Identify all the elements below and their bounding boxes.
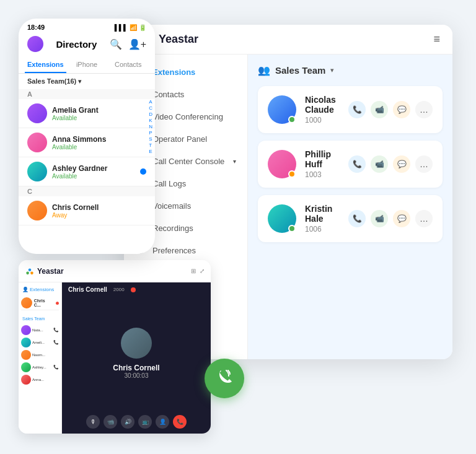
call-button[interactable]: 📞 <box>348 155 366 173</box>
add-person-button[interactable]: 👤 <box>156 415 169 429</box>
avatar <box>27 201 47 220</box>
contact-ext: 1000 <box>305 116 340 124</box>
svg-point-4 <box>29 268 32 271</box>
avatar <box>268 95 296 124</box>
more-button[interactable]: … <box>415 210 433 227</box>
desktop-content: 👥 Sales Team ▾ Nicolas Claude 1000 📞 📹 💬… <box>248 55 452 359</box>
sidebar-item-label: Operator Panel <box>152 134 207 144</box>
extensions-icon: 👤 <box>22 287 29 292</box>
contact-name: Ameli... <box>32 341 45 344</box>
list-item: Anna Simmons Available <box>19 128 155 157</box>
status-dot-green <box>288 116 296 123</box>
video-button[interactable]: 📹 <box>371 155 388 173</box>
group-name: Sales Team <box>275 65 325 76</box>
chevron-down-icon[interactable]: ▾ <box>330 66 334 74</box>
desktop-topbar: Yeastar ≡ <box>124 25 452 55</box>
avatar <box>21 338 31 347</box>
end-call-button[interactable]: 📞 <box>173 415 187 429</box>
chat-button[interactable]: 💬 <box>393 155 410 173</box>
screen-share-button[interactable]: 📺 <box>138 415 152 429</box>
contact-info: Kristin Hale 1006 <box>305 204 340 234</box>
status-dot-orange <box>288 170 296 178</box>
video-call-container: 👤 Extensions Chris C... Sales Team Nata. <box>19 282 211 434</box>
contact-card: Phillip Huff 1003 📞 📹 💬 … <box>258 141 443 188</box>
phone-time: 18:49 <box>27 24 45 31</box>
avatar <box>21 325 31 335</box>
video-timer: 30:00:03 <box>125 372 149 379</box>
search-icon[interactable]: 🔍 <box>110 38 122 50</box>
notification-dot <box>140 168 146 175</box>
contact-name: Phillip Huff <box>305 149 340 169</box>
status-badge: Available <box>52 144 146 151</box>
caller-name: Chris Cornell <box>68 286 107 293</box>
chevron-down-icon: ▾ <box>233 158 236 165</box>
contact-info: Phillip Huff 1003 <box>305 149 340 179</box>
contact-card: Nicolas Claude 1000 📞 📹 💬 … <box>258 86 443 133</box>
video-call-header: Chris Cornell 2000 <box>62 282 211 297</box>
more-button[interactable]: … <box>415 155 433 173</box>
add-person-icon[interactable]: 👤+ <box>128 38 146 50</box>
video-controls: 🎙 📹 🔊 📺 👤 📞 <box>62 410 211 434</box>
contact-name: Chris C... <box>34 299 53 307</box>
contact-info: Nicolas Claude 1000 <box>305 95 340 124</box>
sidebar-item-label: Extensions <box>152 68 195 77</box>
list-item: Amelia Grant Available <box>19 99 155 128</box>
phone-filter[interactable]: Sales Team(16) ▾ <box>19 74 155 89</box>
logo-text: Yeastar <box>159 33 198 46</box>
content-header: 👥 Sales Team ▾ <box>258 64 443 76</box>
section-a: A <box>19 89 155 99</box>
list-item: Ashley Gardner Available <box>19 157 155 186</box>
video-caller-name: Chris Cornell <box>113 364 159 372</box>
contact-name: Nata... <box>32 328 43 332</box>
caller-ext: 2000 <box>113 287 125 292</box>
expand-icon: ⤢ <box>200 268 205 274</box>
phone-status-bar: 18:49 ▌▌▌ 📶 🔋 <box>19 19 155 33</box>
contact-ext: 1003 <box>305 170 340 179</box>
mute-button[interactable]: 🎙 <box>86 415 100 429</box>
tab-iphone[interactable]: iPhone <box>66 57 108 73</box>
mini-contact-list: Chris C... <box>19 294 61 312</box>
small-logo-icon <box>25 266 35 276</box>
recording-dot <box>131 287 136 292</box>
chat-button[interactable]: 💬 <box>393 101 410 118</box>
video-button[interactable]: 📹 <box>371 101 388 118</box>
floating-call-button[interactable] <box>205 359 244 398</box>
contact-name: Anna... <box>32 378 44 382</box>
tab-extensions[interactable]: Extensions <box>25 57 66 73</box>
list-item: Naom... <box>21 349 59 361</box>
signal-icon: ▌▌▌ <box>115 24 128 31</box>
avatar <box>268 204 296 233</box>
sidebar-item-label: Voicemails <box>152 201 191 211</box>
sidebar-item-label: Call Center Console <box>152 157 224 166</box>
sidebar-item-label: Call Logs <box>152 179 186 188</box>
more-button[interactable]: … <box>415 101 433 118</box>
small-logo-text: Yeastar <box>37 267 64 276</box>
contact-name: Amelia Grant <box>52 106 146 115</box>
video-toggle-button[interactable]: 📹 <box>104 415 117 429</box>
call-icon: 📞 <box>53 328 59 333</box>
video-call-screen: Chris Cornell 2000 Chris Cornell 30:00:0… <box>62 282 211 434</box>
call-button[interactable]: 📞 <box>348 101 366 118</box>
contact-actions: 📞 📹 💬 … <box>348 101 433 118</box>
mini-group-label: Sales Team <box>19 315 61 323</box>
call-icon: 📞 <box>53 340 59 345</box>
menu-icon[interactable]: ≡ <box>433 33 440 46</box>
phone-status-icons: ▌▌▌ 📶 🔋 <box>115 24 146 31</box>
call-button[interactable]: 📞 <box>348 210 366 227</box>
list-item: Nata... 📞 <box>21 324 59 336</box>
az-index: A C D K N P S T E <box>149 99 152 154</box>
phone-directory-title: Directory <box>56 39 97 50</box>
video-button[interactable]: 📹 <box>371 210 388 227</box>
mini-group-contacts: Nata... 📞 Ameli... 📞 Naom... Ashl <box>19 323 61 387</box>
small-body: 👤 Extensions Chris C... Sales Team Nata. <box>19 282 211 434</box>
contact-name: Ashley... <box>32 365 46 369</box>
sidebar-item-label: Preferences <box>152 246 196 255</box>
chat-button[interactable]: 💬 <box>393 210 410 227</box>
contact-name: Anna Simmons <box>52 135 146 144</box>
contact-actions: 📞 📹 💬 … <box>348 210 433 227</box>
speaker-button[interactable]: 🔊 <box>121 415 134 429</box>
contact-name: Nicolas Claude <box>305 95 340 115</box>
tab-contacts[interactable]: Contacts <box>107 57 149 73</box>
group-icon: 👥 <box>258 64 270 76</box>
avatar <box>27 103 47 123</box>
